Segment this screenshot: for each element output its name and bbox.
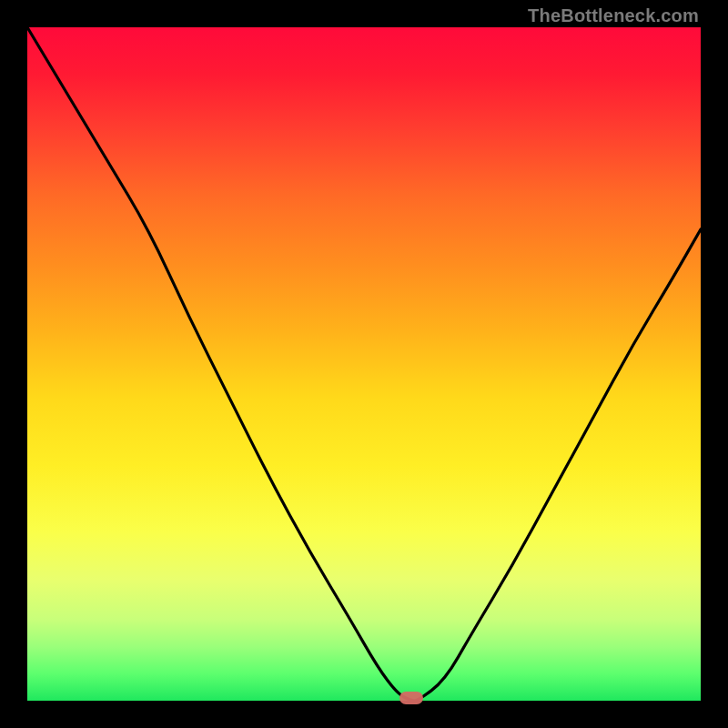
bottleneck-curve	[27, 27, 701, 701]
plot-area	[27, 27, 701, 701]
minimum-marker	[399, 692, 423, 704]
watermark-text: TheBottleneck.com	[528, 5, 699, 26]
curve-path	[27, 27, 701, 701]
chart-frame: TheBottleneck.com	[0, 0, 728, 728]
